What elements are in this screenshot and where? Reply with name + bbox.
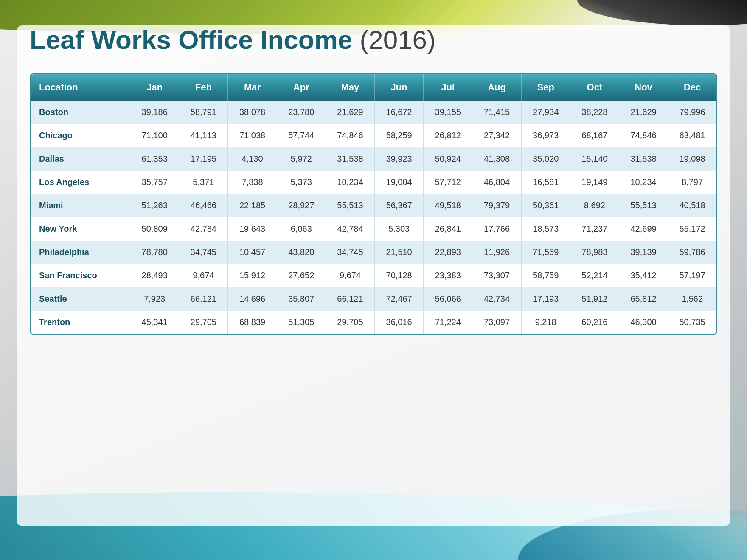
cell-dec: 59,786 <box>668 241 716 264</box>
cell-oct: 71,237 <box>570 217 619 241</box>
cell-jun: 36,016 <box>375 311 424 334</box>
cell-aug: 46,804 <box>472 171 521 194</box>
cell-dec: 79,996 <box>668 101 716 124</box>
cell-mar: 4,130 <box>228 147 277 171</box>
cell-oct: 19,149 <box>570 171 619 194</box>
cell-apr: 6,063 <box>277 217 326 241</box>
cell-feb: 9,674 <box>179 264 228 287</box>
cell-jul: 49,518 <box>424 194 472 217</box>
cell-jan: 61,353 <box>130 147 179 171</box>
title-bold-part: Leaf Works Office Income <box>30 25 352 54</box>
cell-sep: 50,361 <box>522 194 570 217</box>
cell-dec: 57,197 <box>668 264 716 287</box>
cell-aug: 71,415 <box>472 101 521 124</box>
cell-location: New York <box>31 217 130 241</box>
cell-mar: 38,078 <box>228 101 277 124</box>
cell-nov: 46,300 <box>619 311 668 334</box>
cell-jul: 39,155 <box>424 101 472 124</box>
cell-may: 21,629 <box>326 101 375 124</box>
table-row: Seattle7,92366,12114,69635,80766,12172,4… <box>31 287 716 311</box>
cell-jun: 72,467 <box>375 287 424 311</box>
cell-nov: 74,846 <box>619 124 668 147</box>
table-row: Boston39,18658,79138,07823,78021,62916,6… <box>31 101 716 124</box>
cell-aug: 11,926 <box>472 241 521 264</box>
cell-sep: 9,218 <box>522 311 570 334</box>
cell-jan: 50,809 <box>130 217 179 241</box>
cell-feb: 66,121 <box>179 287 228 311</box>
cell-mar: 7,838 <box>228 171 277 194</box>
cell-jun: 56,367 <box>375 194 424 217</box>
col-header-mar: Mar <box>228 74 277 101</box>
cell-dec: 8,797 <box>668 171 716 194</box>
cell-apr: 23,780 <box>277 101 326 124</box>
cell-feb: 34,745 <box>179 241 228 264</box>
cell-location: Miami <box>31 194 130 217</box>
cell-jan: 45,341 <box>130 311 179 334</box>
cell-jan: 78,780 <box>130 241 179 264</box>
cell-dec: 50,735 <box>668 311 716 334</box>
cell-jan: 35,757 <box>130 171 179 194</box>
col-header-jul: Jul <box>424 74 472 101</box>
cell-mar: 14,696 <box>228 287 277 311</box>
table-row: Trenton45,34129,70568,83951,30529,70536,… <box>31 311 716 334</box>
col-header-oct: Oct <box>570 74 619 101</box>
cell-dec: 1,562 <box>668 287 716 311</box>
cell-aug: 42,734 <box>472 287 521 311</box>
cell-location: Boston <box>31 101 130 124</box>
cell-nov: 10,234 <box>619 171 668 194</box>
col-header-sep: Sep <box>522 74 570 101</box>
cell-oct: 15,140 <box>570 147 619 171</box>
cell-jul: 50,924 <box>424 147 472 171</box>
col-header-jan: Jan <box>130 74 179 101</box>
table-row: Philadelphia78,78034,74510,45743,82034,7… <box>31 241 716 264</box>
col-header-feb: Feb <box>179 74 228 101</box>
cell-feb: 29,705 <box>179 311 228 334</box>
cell-feb: 46,466 <box>179 194 228 217</box>
cell-jan: 7,923 <box>130 287 179 311</box>
table-row: Chicago71,10041,11371,03857,74474,84658,… <box>31 124 716 147</box>
cell-may: 9,674 <box>326 264 375 287</box>
cell-apr: 5,373 <box>277 171 326 194</box>
cell-jan: 71,100 <box>130 124 179 147</box>
col-header-nov: Nov <box>619 74 668 101</box>
cell-nov: 65,812 <box>619 287 668 311</box>
table-row: Dallas61,35317,1954,1305,97231,53839,923… <box>31 147 716 171</box>
cell-may: 42,784 <box>326 217 375 241</box>
cell-oct: 51,912 <box>570 287 619 311</box>
page-title: Leaf Works Office Income (2016) <box>30 25 717 54</box>
cell-sep: 17,193 <box>522 287 570 311</box>
cell-jul: 71,224 <box>424 311 472 334</box>
cell-oct: 8,692 <box>570 194 619 217</box>
cell-dec: 55,172 <box>668 217 716 241</box>
cell-nov: 55,513 <box>619 194 668 217</box>
cell-oct: 38,228 <box>570 101 619 124</box>
cell-sep: 16,581 <box>522 171 570 194</box>
cell-jul: 57,712 <box>424 171 472 194</box>
cell-location: Trenton <box>31 311 130 334</box>
cell-jun: 21,510 <box>375 241 424 264</box>
cell-nov: 42,699 <box>619 217 668 241</box>
cell-jul: 22,893 <box>424 241 472 264</box>
cell-nov: 21,629 <box>619 101 668 124</box>
cell-jan: 51,263 <box>130 194 179 217</box>
cell-nov: 31,538 <box>619 147 668 171</box>
cell-may: 34,745 <box>326 241 375 264</box>
cell-may: 10,234 <box>326 171 375 194</box>
cell-location: Los Angeles <box>31 171 130 194</box>
cell-mar: 10,457 <box>228 241 277 264</box>
cell-jan: 39,186 <box>130 101 179 124</box>
main-content: Leaf Works Office Income (2016) Location… <box>0 0 747 356</box>
table-row: Miami51,26346,46622,18528,92755,51356,36… <box>31 194 716 217</box>
cell-mar: 15,912 <box>228 264 277 287</box>
cell-oct: 68,167 <box>570 124 619 147</box>
cell-oct: 52,214 <box>570 264 619 287</box>
cell-location: Dallas <box>31 147 130 171</box>
cell-may: 31,538 <box>326 147 375 171</box>
cell-apr: 51,305 <box>277 311 326 334</box>
cell-dec: 40,518 <box>668 194 716 217</box>
cell-feb: 58,791 <box>179 101 228 124</box>
cell-jul: 26,841 <box>424 217 472 241</box>
cell-sep: 71,559 <box>522 241 570 264</box>
cell-aug: 17,766 <box>472 217 521 241</box>
cell-may: 66,121 <box>326 287 375 311</box>
